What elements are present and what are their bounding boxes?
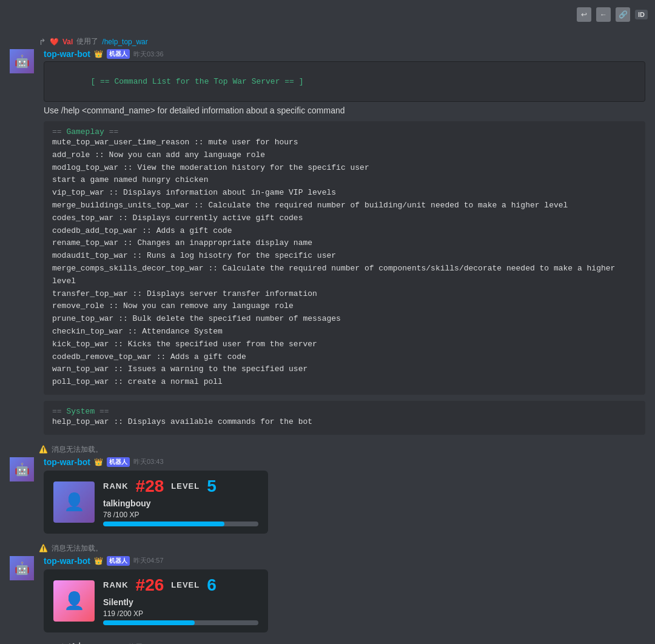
bot-username-3: top-war-bot: [44, 556, 90, 566]
system-section: == System == help_top_war :: Displays av…: [44, 401, 645, 435]
cmd-mute: mute_top_war_user_time_reason :: mute us…: [52, 136, 637, 149]
message-header-2: top-war-bot 👑 机器人 昨天03:43: [44, 457, 645, 467]
level-label-1: LEVEL: [171, 481, 200, 491]
cannot-load-3: ⚠️ 消息无法加载。: [39, 543, 645, 554]
message-group-2: 🤖 top-war-bot 👑 机器人 昨天03:43 👤 RANK #28 L…: [10, 457, 645, 534]
warning-icon-2: ⚠️: [39, 445, 48, 454]
xp-bar-fill-1: [103, 522, 224, 526]
cmd-modaudit: modaudit_top_war :: Runs a log hisotry f…: [52, 250, 637, 263]
gameplay-header: == Gameplay ==: [52, 127, 637, 136]
cmd-kick: kick_top_war :: Kicks the specified user…: [52, 338, 637, 351]
gameplay-section: == Gameplay == mute_top_war_user_time_re…: [44, 121, 645, 395]
cmd-rename: rename_top_war :: Changes an inappropria…: [52, 237, 637, 250]
xp-current-1: 78 /100 XP: [103, 511, 139, 519]
player-name-1: talkingbouy: [103, 498, 258, 508]
robot-badge-3: 机器人: [107, 556, 130, 566]
cannot-load-text-2: 消息无法加载。: [52, 444, 102, 455]
level-label-2: LEVEL: [171, 580, 200, 589]
xp-bar-container-1: [103, 522, 258, 526]
description-text: Use /help <command_name> for detailed in…: [44, 106, 645, 115]
warning-icon-3: ⚠️: [39, 544, 48, 552]
xp-row-1: 78 /100 XP: [103, 511, 258, 519]
cmd-remove-role: remove_role :: Now you can remove any la…: [52, 300, 637, 313]
xp-row-2: 119 /200 XP: [103, 609, 258, 618]
gameplay-label: Gameplay: [66, 127, 104, 136]
reply-username: Val: [62, 38, 73, 46]
system-label: System: [66, 407, 95, 416]
player-name-2: Silently: [103, 597, 258, 607]
top-toolbar: ↩ ← 🔗 ID: [569, 0, 655, 29]
message-group-3: 🤖 top-war-bot 👑 机器人 昨天04:57 👤 RANK #26 L…: [10, 556, 645, 632]
level-number-1: 5: [207, 478, 217, 495]
crown-icon-3: 👑: [94, 557, 103, 565]
bot-username-2: top-war-bot: [44, 457, 90, 467]
cmd-merge-comps: merge_comps_skills_decor_top_war :: Calc…: [52, 263, 637, 288]
command-list-header-text: [ == Command List for the Top War Server…: [90, 77, 303, 86]
message-content-3: top-war-bot 👑 机器人 昨天04:57 👤 RANK #26 LEV…: [44, 556, 645, 632]
reply-indicator-1: ↱ ❤️ Val 使用了 /help_top_war: [39, 36, 645, 47]
player-avatar-1: 👤: [53, 481, 95, 523]
crown-icon-1: 👑: [94, 50, 103, 58]
cannot-load-2: ⚠️ 消息无法加载。: [39, 444, 645, 455]
command-list-header-block: [ == Command List for the Top War Server…: [44, 61, 645, 102]
cmd-codes: codes_top_war :: Displays currently acti…: [52, 212, 637, 225]
message-content-1: top-war-bot 👑 机器人 昨天03:36 [ == Command L…: [44, 49, 645, 435]
avatar-img-2: 🤖: [10, 457, 34, 481]
rank-number-1: #28: [136, 478, 164, 495]
robot-badge-2: 机器人: [107, 457, 130, 467]
reply-icon[interactable]: ↩: [577, 7, 591, 22]
cmd-transfer: transfer_top_war :: Displays server tran…: [52, 288, 637, 301]
avatar-1: 🤖: [10, 49, 34, 73]
rank-number-2: #26: [136, 577, 164, 594]
gameplay-commands: mute_top_war_user_time_reason :: mute us…: [52, 136, 637, 389]
timestamp-3: 昨天04:57: [133, 556, 164, 565]
cmd-codedb-add: codedb_add_top_war :: Adds a gift code: [52, 225, 637, 238]
timestamp-2: 昨天03:43: [133, 457, 164, 466]
player-avatar-img-1: 👤: [53, 481, 95, 523]
reply-action: 使用了: [76, 36, 98, 47]
message-header-1: top-war-bot 👑 机器人 昨天03:36: [44, 49, 645, 59]
reply-emoji: ❤️: [50, 38, 59, 46]
avatar-img-1: 🤖: [10, 49, 34, 73]
xp-current-2: 119 /200 XP: [103, 609, 143, 618]
cmd-poll: poll_top_war :: create a normal poll: [52, 376, 637, 389]
reply-arrow-icon: ↱: [39, 37, 46, 47]
cmd-merge-buildings: merge_buildings_units_top_war :: Calcula…: [52, 200, 637, 212]
system-commands: help_top_war :: Displays available comma…: [52, 416, 637, 429]
rank-level-row-1: RANK #28 LEVEL 5: [103, 478, 258, 495]
player-card-1: 👤 RANK #28 LEVEL 5 talkingbouy 78 /100 X…: [44, 471, 268, 534]
message-header-3: top-war-bot 👑 机器人 昨天04:57: [44, 556, 645, 566]
rank-label-1: RANK: [103, 481, 129, 491]
player-avatar-2: 👤: [53, 580, 95, 622]
back-icon[interactable]: ←: [596, 7, 611, 22]
avatar-img-3: 🤖: [10, 556, 34, 580]
link-icon[interactable]: 🔗: [616, 7, 630, 22]
timestamp-1: 昨天03:36: [133, 50, 164, 59]
messages-container: ↱ ❤️ Val 使用了 /help_top_war 🤖 top-war-bot…: [0, 0, 655, 644]
crown-icon-2: 👑: [94, 458, 103, 466]
avatar-2: 🤖: [10, 457, 34, 481]
cannot-load-text-3: 消息无法加载。: [52, 543, 102, 554]
xp-bar-fill-2: [103, 620, 195, 625]
bot-username-1: top-war-bot: [44, 49, 90, 59]
cmd-vip: vip_top_war :: Displays information abou…: [52, 187, 637, 200]
id-badge: ID: [635, 10, 648, 19]
cmd-prune: prune_top_war :: Bulk delete the specifi…: [52, 313, 637, 326]
reply-command: /help_top_war: [102, 38, 147, 46]
message-group-1: 🤖 top-war-bot 👑 机器人 昨天03:36 [ == Command…: [10, 49, 645, 435]
cmd-modlog: modlog_top_war :: View the moderation hi…: [52, 162, 637, 175]
rank-label-2: RANK: [103, 580, 129, 589]
rank-level-row-2: RANK #26 LEVEL 6: [103, 577, 258, 594]
cmd-checkin: checkin_top_war :: Attendance System: [52, 326, 637, 338]
player-card-2: 👤 RANK #26 LEVEL 6 Silently 119 /200 XP: [44, 569, 268, 632]
player-info-1: RANK #28 LEVEL 5 talkingbouy 78 /100 XP: [103, 478, 258, 526]
player-avatar-img-2: 👤: [53, 580, 95, 622]
message-content-2: top-war-bot 👑 机器人 昨天03:43 👤 RANK #28 LEV…: [44, 457, 645, 534]
cmd-start-game: start a game named hungry chicken: [52, 174, 637, 187]
robot-badge-1: 机器人: [107, 49, 130, 59]
avatar-3: 🤖: [10, 556, 34, 580]
level-number-2: 6: [207, 577, 217, 594]
system-header: == System ==: [52, 407, 637, 416]
cmd-codedb-remove: codedb_remove_top_war :: Adds a gift cod…: [52, 351, 637, 364]
player-info-2: RANK #26 LEVEL 6 Silently 119 /200 XP: [103, 577, 258, 625]
